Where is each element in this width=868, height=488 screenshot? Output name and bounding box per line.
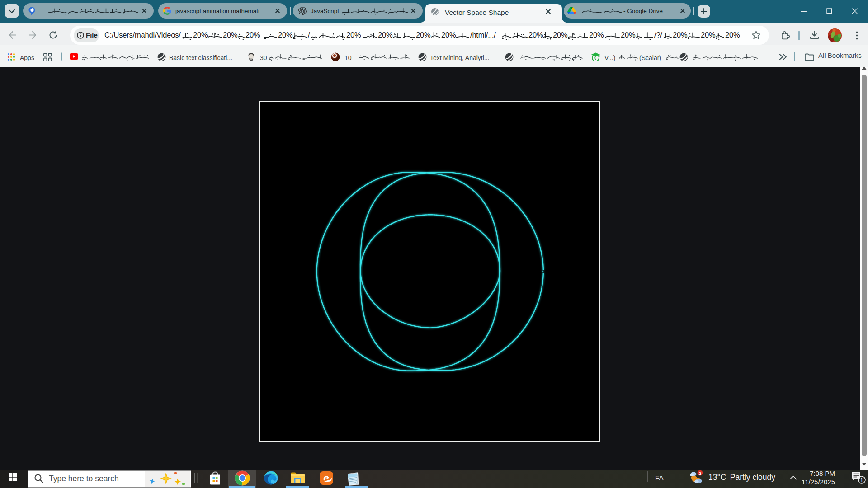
svg-text:1: 1 xyxy=(860,477,863,483)
svg-text:2: 2 xyxy=(699,471,701,476)
